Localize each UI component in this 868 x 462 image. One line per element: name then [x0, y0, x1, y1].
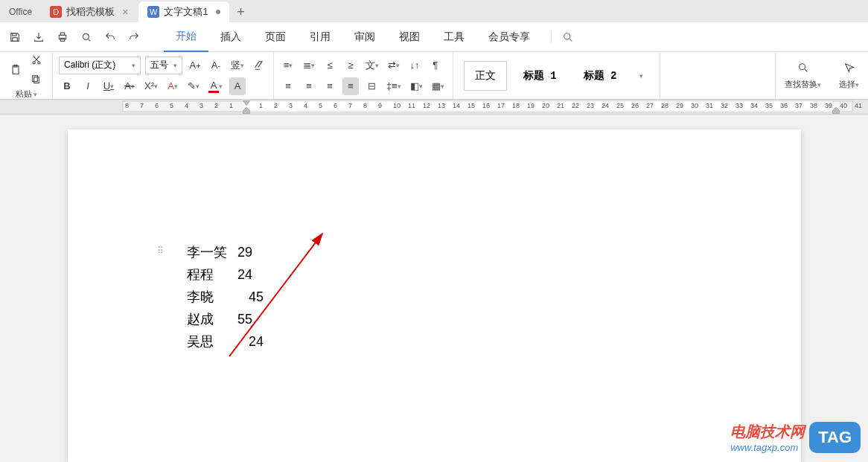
- svg-rect-1: [13, 37, 18, 41]
- menu-tools[interactable]: 工具: [432, 23, 476, 51]
- svg-marker-17: [243, 107, 250, 114]
- ribbon-right: 查找替换▾ 选择▾: [775, 52, 868, 99]
- app-label: Office: [0, 1, 41, 22]
- menu-page[interactable]: 页面: [253, 23, 298, 51]
- tab-add-button[interactable]: +: [231, 1, 252, 22]
- watermark-text: 电脑技术网: [730, 422, 805, 442]
- left-indent-marker[interactable]: [243, 107, 250, 115]
- cut-button[interactable]: [28, 51, 45, 69]
- increase-font-button[interactable]: A+: [187, 57, 203, 74]
- document-area: ⠿ 李一笑 29 程程 24 李晓 45 赵成 55 吴思 24: [0, 115, 868, 462]
- svg-rect-4: [60, 38, 64, 41]
- word-icon: W: [147, 6, 159, 18]
- tab-bar: Office D 找稻壳模板 × W 文字文稿1 +: [0, 0, 868, 22]
- increase-indent-button[interactable]: ≥: [342, 57, 359, 74]
- styles-more-button[interactable]: ▾: [633, 67, 649, 85]
- menu-start[interactable]: 开始: [164, 22, 208, 52]
- superscript-button[interactable]: X²▾: [142, 77, 160, 95]
- doc-line: 吴思 24: [187, 330, 682, 353]
- svg-marker-16: [243, 100, 250, 106]
- decrease-indent-button[interactable]: ≤: [322, 57, 338, 74]
- doc-line: 赵成 55: [187, 308, 682, 330]
- menu-view[interactable]: 视图: [387, 23, 432, 51]
- highlight-button[interactable]: ✎▾: [185, 77, 202, 95]
- paste-button[interactable]: [7, 61, 24, 79]
- shading-button[interactable]: ◧▾: [408, 77, 425, 95]
- align-left-button[interactable]: ≡: [280, 77, 296, 95]
- style-body[interactable]: 正文: [464, 61, 507, 91]
- svg-rect-3: [60, 33, 64, 35]
- export-icon[interactable]: [30, 28, 48, 46]
- text-direction-button[interactable]: 文▾: [363, 57, 381, 74]
- decrease-font-button[interactable]: A-: [208, 57, 224, 74]
- align-dist-button[interactable]: ⇄▾: [386, 57, 402, 74]
- tab-label: 找稻壳模板: [66, 5, 115, 19]
- clear-format-button[interactable]: [251, 57, 267, 74]
- font-size-select[interactable]: 五号▾: [145, 57, 182, 74]
- distribute-button[interactable]: ⊟: [363, 77, 380, 95]
- border-button[interactable]: ▦▾: [430, 77, 447, 95]
- paste-group: 粘贴▾: [0, 52, 53, 99]
- find-replace-button[interactable]: 查找替换▾: [776, 52, 830, 99]
- menu-insert[interactable]: 插入: [208, 23, 253, 51]
- ribbon: 粘贴▾ Calibri (正文)▾ 五号▾ A+ A- 竖▾ B I U▾ A▾…: [0, 52, 868, 100]
- show-marks-button[interactable]: ¶: [427, 57, 444, 74]
- right-indent-marker[interactable]: [832, 107, 840, 115]
- redo-icon[interactable]: [125, 28, 143, 46]
- search-button[interactable]: [551, 31, 574, 43]
- change-case-button[interactable]: 竖▾: [229, 57, 246, 74]
- watermark-url: www.tagxp.com: [730, 442, 805, 453]
- select-button[interactable]: 选择▾: [830, 52, 868, 99]
- paragraph-group: ≡▾ ≣▾ ≤ ≥ 文▾ ⇄▾ ↓↑ ¶ ≡ ≡ ≡ ≡ ⊟ ‡≡▾ ◧▾ ▦▾: [274, 52, 453, 99]
- strike-button[interactable]: A▾: [121, 77, 138, 95]
- align-right-button[interactable]: ≡: [322, 77, 338, 95]
- menu-items: 开始 插入 页面 引用 审阅 视图 工具 会员专享: [164, 22, 542, 52]
- close-icon[interactable]: ×: [122, 6, 128, 18]
- print-icon[interactable]: [54, 28, 71, 46]
- svg-point-5: [83, 33, 89, 39]
- svg-rect-0: [13, 33, 16, 35]
- menu-reference[interactable]: 引用: [298, 23, 342, 51]
- page[interactable]: ⠿ 李一笑 29 程程 24 李晓 45 赵成 55 吴思 24: [68, 129, 801, 462]
- font-color-button[interactable]: A▾: [206, 77, 225, 95]
- number-list-button[interactable]: ≣▾: [301, 57, 317, 74]
- tab-template[interactable]: D 找稻壳模板 ×: [41, 1, 137, 22]
- svg-point-6: [564, 33, 570, 39]
- align-center-button[interactable]: ≡: [301, 77, 317, 95]
- underline-button[interactable]: U▾: [100, 77, 117, 95]
- tab-document[interactable]: W 文字文稿1: [138, 1, 229, 22]
- copy-button[interactable]: [28, 71, 45, 89]
- save-icon[interactable]: [6, 28, 24, 46]
- sort-button[interactable]: ↓↑: [406, 57, 423, 74]
- menu-bar: 开始 插入 页面 引用 审阅 视图 工具 会员专享: [0, 22, 868, 52]
- preview-icon[interactable]: [77, 28, 95, 46]
- menu-review[interactable]: 审阅: [342, 23, 387, 51]
- drag-handle-icon[interactable]: ⠿: [157, 246, 164, 256]
- menu-vip[interactable]: 会员专享: [476, 23, 542, 51]
- svg-marker-18: [832, 107, 840, 114]
- char-shading-button[interactable]: A: [229, 77, 246, 95]
- svg-rect-11: [34, 77, 39, 83]
- svg-rect-15: [244, 101, 832, 112]
- bold-button[interactable]: B: [59, 77, 75, 95]
- text-effect-button[interactable]: A▾: [165, 77, 181, 95]
- doc-line: 李晓 45: [187, 286, 682, 308]
- ruler[interactable]: 8 7 6 5 4 3 2 1 1 2 3 4 5 6 7 8 9 10 11 …: [0, 100, 868, 115]
- bullet-list-button[interactable]: ≡▾: [280, 57, 296, 74]
- line-spacing-button[interactable]: ‡≡▾: [384, 77, 403, 95]
- svg-point-13: [799, 63, 805, 69]
- svg-rect-12: [33, 76, 38, 82]
- font-group: Calibri (正文)▾ 五号▾ A+ A- 竖▾ B I U▾ A▾ X²▾…: [53, 52, 274, 99]
- style-h2[interactable]: 标题 2: [573, 61, 628, 91]
- paste-label: 粘贴▾: [16, 89, 37, 100]
- first-line-indent-marker[interactable]: [243, 100, 250, 106]
- italic-button[interactable]: I: [80, 77, 96, 95]
- watermark-tag: TAG: [809, 422, 861, 453]
- align-justify-button[interactable]: ≡: [342, 77, 359, 95]
- tab-label: 文字文稿1: [164, 5, 208, 19]
- undo-icon[interactable]: [101, 28, 119, 46]
- styles-group: 正文 标题 1 标题 2 ▾: [453, 52, 661, 99]
- font-name-select[interactable]: Calibri (正文)▾: [59, 57, 141, 74]
- style-h1[interactable]: 标题 1: [513, 61, 567, 91]
- watermark: 电脑技术网 www.tagxp.com TAG: [730, 422, 861, 453]
